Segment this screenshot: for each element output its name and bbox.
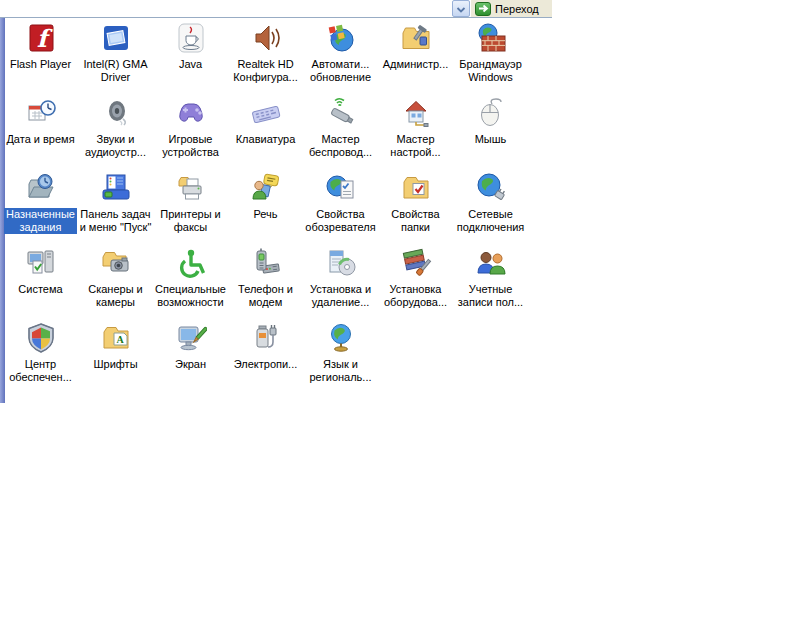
item-label: Звуки и аудиоустр... [85, 133, 146, 159]
speech-icon [250, 172, 282, 204]
item-label: Центр обеспечен... [9, 358, 72, 384]
scanners-cameras-icon [100, 247, 132, 279]
sounds-audio-speaker-icon [100, 97, 132, 129]
date-time-icon [25, 97, 57, 129]
administrative-tools-icon [400, 22, 432, 54]
svg-text:A: A [116, 334, 124, 345]
cp-item-game-controllers[interactable]: Игровые устройства [153, 95, 228, 170]
item-label: Игровые устройства [162, 133, 219, 159]
go-arrow-icon [475, 2, 491, 16]
go-button[interactable]: Переход [471, 0, 552, 17]
item-label: Realtek HD Конфигура... [233, 58, 298, 84]
item-label: Мышь [475, 133, 507, 146]
java-icon [175, 22, 207, 54]
cp-item-taskbar-start-menu[interactable]: Панель задач и меню "Пуск" [78, 170, 153, 245]
add-remove-programs-icon [325, 247, 357, 279]
accessibility-wheelchair-icon [175, 247, 207, 279]
cp-item-date-time[interactable]: Дата и время [3, 95, 78, 170]
cp-item-system[interactable]: Система [3, 245, 78, 320]
item-label: Intel(R) GMA Driver [83, 58, 147, 84]
item-label: Мастер настрой... [390, 133, 440, 159]
item-label: Flash Player [10, 58, 71, 71]
cp-item-keyboard[interactable]: Клавиатура [228, 95, 303, 170]
fonts-folder-icon: A [100, 322, 132, 354]
item-label: Установка оборудова... [384, 283, 447, 309]
scheduled-tasks-folder-icon [25, 172, 57, 204]
cp-item-add-hardware[interactable]: Установка оборудова... [378, 245, 453, 320]
automatic-updates-icon [325, 22, 357, 54]
item-label: Шрифты [93, 358, 137, 371]
network-connections-icon [475, 172, 507, 204]
cp-item-automatic-updates[interactable]: Автомати... обновление [303, 20, 378, 95]
item-label: Java [179, 58, 202, 71]
system-icon [25, 247, 57, 279]
wireless-device-icon [325, 97, 357, 129]
cp-item-sounds-audio[interactable]: Звуки и аудиоустр... [78, 95, 153, 170]
item-label: Речь [253, 208, 277, 221]
item-label: Сетевые подключения [457, 208, 525, 234]
item-label: Клавиатура [236, 133, 296, 146]
item-label: Администр... [383, 58, 449, 71]
item-label: Учетные записи пол... [458, 283, 523, 309]
chevron-down-icon [456, 0, 466, 18]
display-icon [175, 322, 207, 354]
cp-item-internet-options[interactable]: Свойства обозревателя [303, 170, 378, 245]
security-center-shield-icon [25, 322, 57, 354]
item-label: Специальные возможности [155, 283, 226, 309]
regional-language-globe-icon [325, 322, 357, 354]
cp-item-display[interactable]: Экран [153, 320, 228, 395]
mouse-icon [475, 97, 507, 129]
cp-item-java[interactable]: Java [153, 20, 228, 95]
item-label: Сканеры и камеры [88, 283, 143, 309]
cp-item-scanners-cameras[interactable]: Сканеры и камеры [78, 245, 153, 320]
windows-firewall-icon [475, 22, 507, 54]
item-label: Назначенные задания [4, 208, 77, 234]
cp-item-add-remove-programs[interactable]: Установка и удаление... [303, 245, 378, 320]
cp-item-folder-options[interactable]: Свойства папки [378, 170, 453, 245]
cp-item-security-center[interactable]: Центр обеспечен... [3, 320, 78, 395]
power-options-icon [250, 322, 282, 354]
printer-icon [175, 172, 207, 204]
item-label: Электропи... [234, 358, 298, 371]
cp-item-realtek-hd[interactable]: Realtek HD Конфигура... [228, 20, 303, 95]
cp-item-network-connections[interactable]: Сетевые подключения [453, 170, 528, 245]
phone-modem-icon [250, 247, 282, 279]
item-label: Автомати... обновление [310, 58, 371, 84]
cp-item-power-options[interactable]: Электропи... [228, 320, 303, 395]
flash-player-icon: f [25, 22, 57, 54]
game-controller-icon [175, 97, 207, 129]
item-label: Свойства обозревателя [305, 208, 375, 234]
cp-item-user-accounts[interactable]: Учетные записи пол... [453, 245, 528, 320]
cp-item-scheduled-tasks[interactable]: Назначенные задания [3, 170, 78, 245]
item-label: Дата и время [6, 133, 74, 146]
cp-item-wireless-wizard[interactable]: Мастер беспровод... [303, 95, 378, 170]
address-dropdown-button[interactable] [452, 0, 470, 17]
item-label: Панель задач и меню "Пуск" [80, 208, 152, 234]
item-label: Телефон и модем [238, 283, 293, 309]
cp-item-phone-modem[interactable]: Телефон и модем [228, 245, 303, 320]
realtek-hd-speaker-icon [250, 22, 282, 54]
item-label: Мастер беспровод... [309, 133, 372, 159]
address-toolbar: Переход [0, 0, 800, 17]
keyboard-icon [250, 97, 282, 129]
item-label: Установка и удаление... [310, 283, 371, 309]
item-label: Язык и региональ... [309, 358, 371, 384]
cp-item-printers-faxes[interactable]: Принтеры и факсы [153, 170, 228, 245]
cp-item-fonts[interactable]: A Шрифты [78, 320, 153, 395]
cp-item-accessibility[interactable]: Специальные возможности [153, 245, 228, 320]
control-panel-icon-grid: f Flash Player Intel(R) GMA Driver Java … [3, 20, 528, 395]
cp-item-speech[interactable]: Речь [228, 170, 303, 245]
user-accounts-icon [475, 247, 507, 279]
item-label: Брандмауэр Windows [459, 58, 522, 84]
cp-item-windows-firewall[interactable]: Брандмауэр Windows [453, 20, 528, 95]
cp-item-regional-language[interactable]: Язык и региональ... [303, 320, 378, 395]
cp-item-network-setup-wizard[interactable]: Мастер настрой... [378, 95, 453, 170]
cp-item-flash-player[interactable]: f Flash Player [3, 20, 78, 95]
internet-options-icon [325, 172, 357, 204]
home-network-icon [400, 97, 432, 129]
go-button-label: Переход [495, 3, 539, 15]
cp-item-intel-gma-driver[interactable]: Intel(R) GMA Driver [78, 20, 153, 95]
cp-item-mouse[interactable]: Мышь [453, 95, 528, 170]
toolbar-divider [0, 17, 552, 18]
cp-item-administrative-tools[interactable]: Администр... [378, 20, 453, 95]
